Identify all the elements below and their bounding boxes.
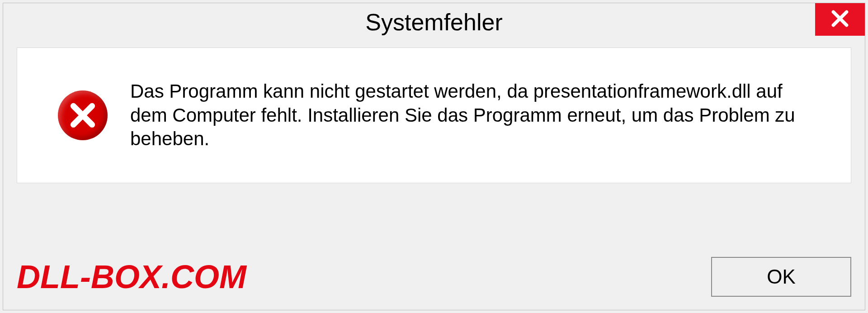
footer: DLL-BOX.COM OK [17,252,851,302]
close-icon [830,9,850,30]
titlebar: Systemfehler [3,3,865,41]
watermark-text: DLL-BOX.COM [17,258,246,295]
error-message: Das Programm kann nicht gestartet werden… [130,80,819,151]
content-panel: Das Programm kann nicht gestartet werden… [17,47,851,183]
error-dialog: Systemfehler Das Programm kann nicht ges… [3,3,865,310]
dialog-title: Systemfehler [365,9,502,36]
error-icon [58,90,108,140]
ok-button[interactable]: OK [711,257,851,297]
close-button[interactable] [815,3,865,36]
